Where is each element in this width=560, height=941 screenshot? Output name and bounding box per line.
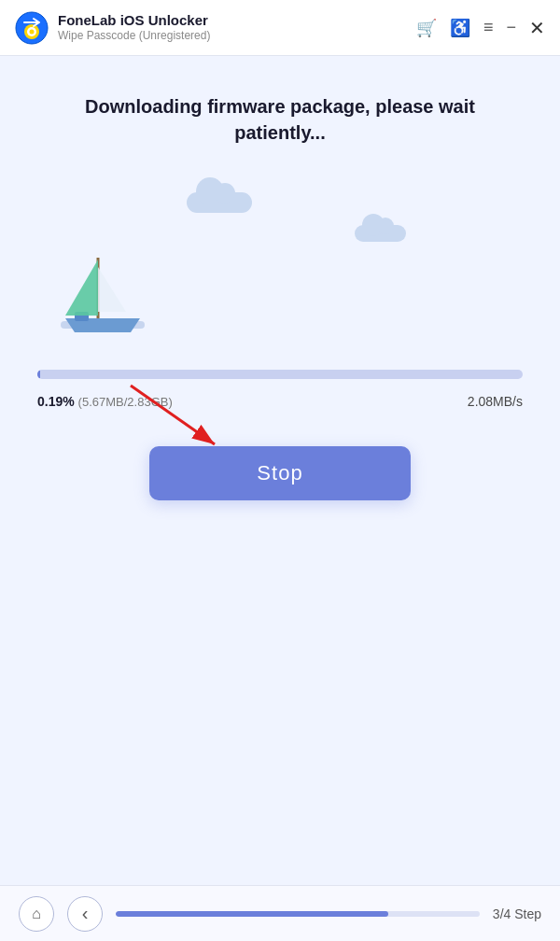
close-icon[interactable]: ✕ [529,17,545,39]
stats-row: 0.19% (5.67MB/2.83GB) 2.08MB/s [37,394,523,409]
svg-point-3 [30,29,35,34]
red-arrow [112,381,261,456]
speed-display: 2.08MB/s [468,394,523,409]
cloud-1 [187,192,252,213]
minimize-icon[interactable]: − [506,18,516,37]
titlebar-controls: 🛒 ♿ ≡ − ✕ [416,17,545,39]
back-button[interactable]: ‹ [67,896,103,932]
stats-left: 0.19% (5.67MB/2.83GB) [37,394,173,409]
bottom-progress-track [116,911,480,917]
stop-button[interactable]: Stop [149,446,411,500]
percent-display: 0.19% [37,394,75,409]
size-info: (5.67MB/2.83GB) [78,395,173,409]
home-button[interactable]: ⌂ [19,896,54,932]
bottom-progress-fill [116,911,388,917]
app-logo [15,11,49,45]
titlebar-text: FoneLab iOS Unlocker Wipe Passcode (Unre… [58,12,416,42]
titlebar: FoneLab iOS Unlocker Wipe Passcode (Unre… [0,0,560,56]
home-icon: ⌂ [32,906,41,922]
menu-icon[interactable]: ≡ [483,18,494,37]
app-name: FoneLab iOS Unlocker [58,12,416,29]
cart-icon[interactable]: 🛒 [416,18,437,38]
bottom-bar: ⌂ ‹ 3/4 Step [0,885,560,941]
step-label: 3/4 Step [493,906,541,921]
accessibility-icon[interactable]: ♿ [450,18,470,38]
sailboat-illustration [56,239,149,342]
illustration-area [37,174,523,360]
annotation-container: Stop [37,446,523,500]
main-heading: Downloading firmware package, please wai… [37,93,523,146]
cloud-2 [355,225,406,242]
main-content: Downloading firmware package, please wai… [0,56,560,519]
progress-fill [37,370,40,379]
app-subtitle: Wipe Passcode (Unregistered) [58,29,416,42]
back-icon: ‹ [82,903,89,924]
progress-track [37,370,523,379]
